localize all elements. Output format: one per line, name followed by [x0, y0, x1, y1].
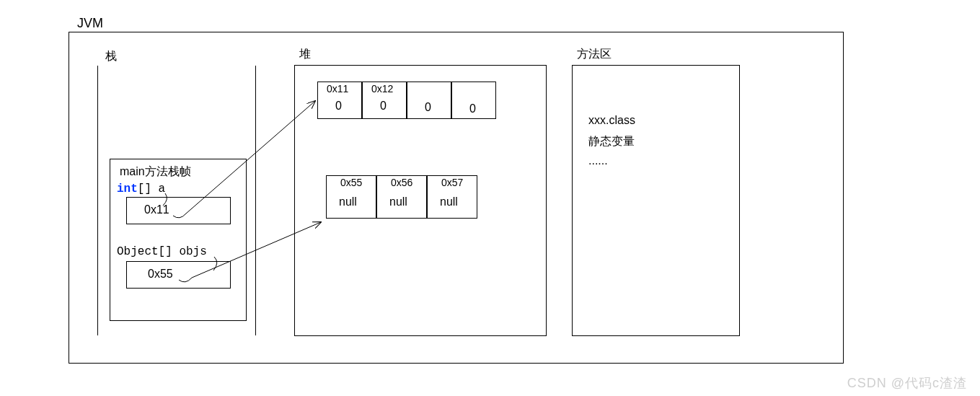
stack-label: 栈: [105, 49, 117, 64]
method-area-label: 方法区: [577, 47, 612, 62]
heap-arr1-val-2: 0: [425, 101, 431, 114]
var1-decl: int[] a: [117, 182, 165, 195]
heap-arr1-val-3: 0: [469, 102, 476, 115]
method-area-line1: xxx.class: [588, 114, 635, 127]
method-area-box: [572, 65, 740, 336]
heap-arr2-val-1: null: [389, 195, 407, 208]
method-area-line3: ......: [588, 154, 608, 167]
var2-value-box: [126, 261, 231, 289]
var1-value-box: [126, 197, 231, 224]
heap-arr1-val-0: 0: [335, 100, 342, 113]
heap-label: 堆: [299, 47, 311, 62]
jvm-title: JVM: [77, 16, 103, 31]
stack-frame-label: main方法栈帧: [120, 164, 191, 180]
int-keyword: int: [117, 182, 138, 195]
var1-name: [] a: [138, 182, 165, 195]
heap-arr2-addr-0: 0x55: [340, 177, 362, 188]
heap-arr2-addr-2: 0x57: [441, 177, 463, 188]
var2-decl: Object[] objs: [117, 245, 207, 258]
heap-arr2-val-2: null: [440, 195, 458, 208]
heap-arr2-val-0: null: [339, 195, 357, 208]
heap-arr1-addr-0: 0x11: [327, 83, 348, 94]
heap-arr1-val-1: 0: [380, 100, 387, 113]
var2-value: 0x55: [148, 268, 173, 281]
watermark: CSDN @代码c渣渣: [847, 374, 967, 392]
heap-arr1-addr-1: 0x12: [371, 83, 393, 94]
method-area-line2: 静态变量: [588, 134, 635, 149]
var1-value: 0x11: [144, 203, 169, 216]
heap-arr2-addr-1: 0x56: [391, 177, 412, 188]
